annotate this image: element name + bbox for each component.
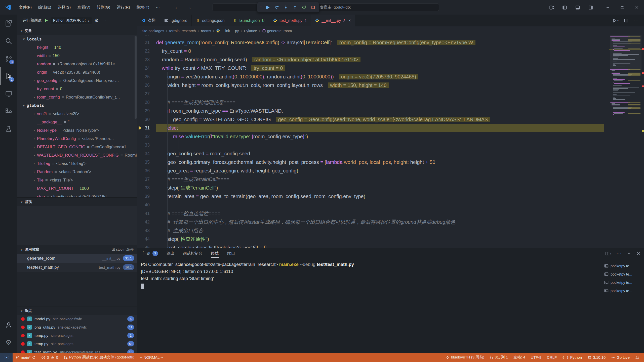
- forward-icon[interactable]: →: [186, 4, 192, 10]
- code-line[interactable]: 23 random = Random(room_config.seed)rand…: [137, 55, 644, 64]
- code-line[interactable]: 22 try_count = 0: [137, 47, 644, 55]
- code-line[interactable]: 35 geo_config.primary_forces.geothermal_…: [137, 158, 644, 166]
- breakpoint-checkbox[interactable]: ✓: [27, 350, 32, 353]
- statusbar-cursor-position[interactable]: 行 31, 列 1: [487, 353, 511, 362]
- code-line[interactable]: 25 origin = vec2i(random.randint(0, 1000…: [137, 72, 644, 81]
- close-icon[interactable]: ×: [348, 18, 351, 23]
- start-debug-icon[interactable]: [44, 18, 48, 23]
- continue-button[interactable]: [264, 3, 272, 12]
- breakpoint-checkbox[interactable]: ✓: [27, 325, 32, 330]
- callstack-frame[interactable]: test/test_math.pytest_math.py16:1: [17, 263, 137, 272]
- menu-item-r[interactable]: 运行(R): [113, 4, 133, 11]
- code-line[interactable]: 30 geo_config = WASTELAND_GEO_CONFIGgeo_…: [137, 115, 644, 124]
- terminal-list-item[interactable]: pocketpy te...: [603, 262, 643, 270]
- code-line[interactable]: 36 geo_area = request_area(origin, width…: [137, 166, 644, 175]
- variable-row[interactable]: ›NoiseType=<class 'NoiseType'>: [17, 126, 137, 134]
- remote-indicator-button[interactable]: ><: [0, 353, 13, 362]
- activity-testing[interactable]: [0, 120, 17, 138]
- terminal-split-icon[interactable]: ∨: [605, 251, 611, 256]
- variable-row[interactable]: ›TileTag=<class 'TileTag'>: [17, 159, 137, 168]
- statusbar-go-live[interactable]: Go Live: [608, 353, 632, 362]
- variable-row[interactable]: ›DEFAULT_GEO_CONFIG=GeoConfig(seed=1…: [17, 143, 137, 151]
- step-over-button[interactable]: [273, 3, 281, 12]
- code-line[interactable]: 34 geo_config.seed = room_config.seed: [137, 149, 644, 158]
- watch-section-header[interactable]: ∨ 监视: [17, 197, 137, 206]
- breadcrumb-item[interactable]: __init__.py: [216, 29, 239, 33]
- statusbar-problems[interactable]: 30: [38, 353, 61, 362]
- code-line[interactable]: 37 # ====生成TerrainCell====: [137, 175, 644, 184]
- minimize-button[interactable]: [600, 0, 615, 15]
- code-line[interactable]: 29 if room_config.env_type == EnvType.WA…: [137, 107, 644, 115]
- back-icon[interactable]: ←: [175, 4, 180, 10]
- breakpoint-row[interactable]: ✓png_utils.pysite-packages\wfc11: [17, 323, 137, 331]
- breakpoints-section-header[interactable]: ∨ 断点: [17, 306, 137, 315]
- code-line[interactable]: 38 step("生成TerrainCell"): [137, 184, 644, 192]
- breakpoint-row[interactable]: ✓test_math.pysite-packages\terrain_res..…: [17, 348, 137, 353]
- code-line[interactable]: 45 exit_combinations:list[tuple[vec2i, v…: [137, 243, 644, 248]
- code-line[interactable]: 28 # ====生成初始地理信息====: [137, 98, 644, 107]
- statusbar-encoding[interactable]: UTF-8: [528, 353, 544, 362]
- breadcrumb-item[interactable]: rooms: [201, 29, 211, 33]
- activity-accounts[interactable]: [0, 316, 17, 334]
- statusbar-indentation[interactable]: 空格: 4: [511, 353, 528, 362]
- activity-extensions[interactable]: [0, 103, 17, 120]
- code-line[interactable]: 24 while try_count < MAX_TRY_COUNT:try_c…: [137, 64, 644, 72]
- panel-tab-终端[interactable]: 终端: [211, 248, 219, 259]
- code-line[interactable]: 21def generate_room(room_config: RoomReq…: [137, 38, 644, 47]
- code-line[interactable]: 41 # ====检查连通性====: [137, 209, 644, 218]
- code-line[interactable]: 32 raise ValueError(f"Invalid env type: …: [137, 132, 644, 141]
- terminal-list-item[interactable]: pocketpy te...: [603, 287, 643, 295]
- overview-ruler[interactable]: [642, 35, 644, 248]
- menu-item-v[interactable]: 查看(V): [74, 4, 94, 11]
- callstack-section-header[interactable]: ∨ 调用堆栈 因 step 已暂停: [17, 245, 137, 254]
- variable-row[interactable]: try_count=0: [17, 85, 137, 93]
- tab-settings.json[interactable]: {}settings.json: [192, 15, 229, 26]
- statusbar-eol[interactable]: CRLF: [544, 353, 559, 362]
- activity-settings[interactable]: ⚙: [0, 334, 17, 351]
- breadcrumb-item[interactable]: generate_room: [262, 29, 292, 33]
- menu-item-[interactable]: ···: [153, 4, 163, 11]
- statusbar-vim-mode[interactable]: -- NORMAL --: [137, 353, 166, 362]
- activity-search[interactable]: [0, 32, 17, 50]
- variable-row[interactable]: origin=vec2i(7205730, 9024468): [17, 68, 137, 76]
- panel-tab-调试控制台[interactable]: 调试控制台: [183, 248, 203, 259]
- variable-row[interactable]: ›vec2i=<class 'vec2i'>: [17, 110, 137, 118]
- variable-row[interactable]: height=140: [17, 43, 137, 52]
- terminal-list-item[interactable]: pocketpy te...: [603, 278, 643, 287]
- panel-tab-端口[interactable]: 端口: [227, 248, 235, 259]
- variables-scrollbar[interactable]: [135, 36, 137, 119]
- breakpoint-row[interactable]: ✓temp.pysite-packages58: [17, 340, 137, 348]
- step-into-button[interactable]: [282, 3, 290, 12]
- variable-row[interactable]: ›geo_config=GeoConfig(seed=None, wor…: [17, 76, 137, 85]
- variable-row[interactable]: ›room_config=RoomRequestConfig(env_t…: [17, 93, 137, 101]
- tab-launch.json[interactable]: {}launch.jsonU: [229, 15, 269, 26]
- menu-item-s[interactable]: 选择(S): [54, 4, 74, 11]
- variable-row[interactable]: __package__='': [17, 118, 137, 126]
- code-line[interactable]: 27: [137, 89, 644, 98]
- tab-test_math.py[interactable]: test_math.py1: [269, 15, 311, 26]
- breakpoint-row[interactable]: ✓temp.pysite-packages1: [17, 331, 137, 340]
- variable-row[interactable]: MAX_TRY_COUNT=1000: [17, 184, 137, 193]
- breadcrumb-item[interactable]: site-packages: [142, 29, 164, 33]
- statusbar-pocketpy-version[interactable]: 3.10.10: [585, 353, 608, 362]
- activity-remote-explorer[interactable]: [0, 85, 17, 103]
- more-actions-icon[interactable]: ···: [616, 251, 622, 256]
- code-line[interactable]: 40: [137, 201, 644, 209]
- split-editor-icon[interactable]: [624, 18, 628, 23]
- restart-button[interactable]: [300, 3, 308, 12]
- breakpoint-checkbox[interactable]: ✓: [27, 333, 32, 338]
- statusbar-language[interactable]: { }Python: [559, 353, 585, 362]
- code-line[interactable]: 26 width, height = room_config.layout.n_…: [137, 81, 644, 89]
- vscode-logo-icon[interactable]: [5, 4, 11, 10]
- activity-run-and-debug[interactable]: 1: [0, 67, 17, 85]
- menu-item-g[interactable]: 转到(G): [94, 4, 113, 11]
- breadcrumb-item[interactable]: terrain_research: [169, 29, 196, 33]
- activity-explorer[interactable]: [0, 15, 17, 32]
- menu-item-e[interactable]: 编辑(E): [35, 4, 55, 11]
- breadcrumb-item[interactable]: Pylance: [244, 29, 257, 33]
- code-line[interactable]: 43 # 生成出口组合: [137, 226, 644, 235]
- variable-row[interactable]: step=<function step at 0x1bf8d716d…: [17, 193, 137, 197]
- command-center-search[interactable]: [扩展开发宿主] godot-ldtk: [213, 3, 439, 11]
- tab-__init__.py[interactable]: __init__.py2×: [311, 15, 355, 26]
- statusbar-bell[interactable]: [632, 353, 642, 362]
